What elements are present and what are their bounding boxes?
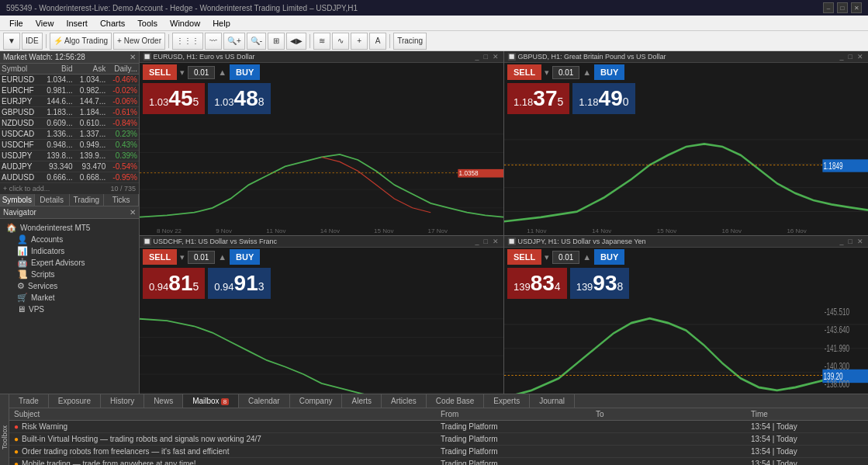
gbpusd-buy-button[interactable]: BUY (594, 64, 624, 80)
close-button[interactable]: ✕ (851, 2, 862, 13)
zoom-out-button[interactable]: 🔍- (247, 33, 266, 50)
draw-line-button[interactable]: ≋ (313, 33, 330, 50)
terminal-tab-trade[interactable]: Trade (9, 394, 49, 408)
market-watch-row[interactable]: USDCAD 1.336... 1.337... 0.23% (0, 129, 139, 140)
usdchf-buy-button[interactable]: BUY (230, 249, 260, 265)
menu-file[interactable]: File (3, 17, 29, 29)
menu-window[interactable]: Window (164, 17, 206, 29)
nav-indicators[interactable]: 📊Indicators (14, 245, 136, 257)
new-chart-button[interactable]: ▼ (3, 33, 20, 50)
minimize-button[interactable]: – (823, 2, 834, 13)
message-row[interactable]: ●Mobile trading — trade from anywhere at… (9, 458, 868, 466)
menu-insert[interactable]: Insert (60, 17, 94, 29)
message-row[interactable]: ●Built-in Virtual Hosting — trading robo… (9, 433, 868, 446)
market-watch-close[interactable]: ✕ (130, 53, 136, 61)
usdchf-lot-up[interactable]: ▲ (218, 252, 227, 262)
market-watch-row[interactable]: EURJPY 144.6... 144.7... -0.06% (0, 96, 139, 107)
chart-usdjpy-close[interactable]: ✕ (856, 238, 865, 245)
nav-root[interactable]: 🏠Wonderinterest MT5 (3, 222, 136, 234)
chart-usdchf-trade: SELL ▾ ▲ BUY (140, 248, 503, 266)
zoom-in-button[interactable]: 🔍+ (223, 33, 245, 50)
eurusd-lot-up[interactable]: ▲ (218, 68, 227, 77)
terminal-tab-history[interactable]: History (101, 394, 144, 408)
gbpusd-lot-up[interactable]: ▲ (583, 68, 591, 77)
eurusd-sell-button[interactable]: SELL (143, 64, 177, 80)
terminal-tab-experts[interactable]: Experts (484, 394, 530, 408)
chart-eurusd-body[interactable]: 1.0358 8 Nov 229 Nov11 Nov14 Nov15 Nov17… (140, 116, 503, 235)
mw-bid: 93.340 (41, 161, 74, 172)
terminal-tab-articles[interactable]: Articles (382, 394, 427, 408)
nav-services[interactable]: ⚙Services (14, 280, 136, 292)
usdchf-sell-button[interactable]: SELL (143, 249, 177, 265)
chart-gbpusd-close[interactable]: ✕ (856, 53, 865, 61)
nav-experts[interactable]: 🤖Expert Advisors (14, 257, 136, 269)
market-watch-row[interactable]: EURCHF 0.981... 0.982... -0.02% (0, 85, 139, 96)
menu-view[interactable]: View (29, 17, 61, 29)
gbpusd-lot-input[interactable] (552, 66, 579, 79)
message-row[interactable]: ●Risk Warning Trading Platform 13:54 | T… (9, 421, 868, 433)
add-symbol-link[interactable]: + click to add... (3, 185, 50, 193)
draw-text-button[interactable]: A (369, 33, 386, 50)
navigator-close[interactable]: ✕ (130, 208, 136, 217)
new-order-button[interactable]: + New Order (113, 33, 165, 50)
market-watch-row[interactable]: USDJPY 139.8... 139.9... 0.39% (0, 151, 139, 161)
chart-lines-button[interactable]: ⋮⋮⋮ (172, 33, 203, 50)
terminal-tab-journal[interactable]: Journal (530, 394, 575, 408)
chart-type-button[interactable]: 〰 (205, 33, 222, 50)
tab-ticks[interactable]: Ticks (104, 194, 139, 206)
chart-grid-button[interactable]: ⊞ (268, 33, 285, 50)
usdjpy-lot-input[interactable] (552, 251, 579, 264)
market-watch-row[interactable]: NZDUSD 0.609... 0.610... -0.84% (0, 118, 139, 129)
terminal-tab-mailbox[interactable]: Mailbox8 (183, 394, 239, 408)
usdchf-lot-input[interactable] (188, 251, 215, 264)
chart-usdchf-min[interactable]: _ (474, 238, 481, 245)
algo-trading-button[interactable]: ⚡ Algo Trading (50, 33, 112, 50)
nav-accounts[interactable]: 👤Accounts (14, 234, 136, 245)
nav-scripts[interactable]: 📜Scripts (14, 269, 136, 280)
usdjpy-sell-button[interactable]: SELL (507, 249, 541, 265)
scroll-button[interactable]: ◀▶ (286, 33, 306, 50)
nav-market[interactable]: 🛒Market (14, 292, 136, 304)
market-watch-row[interactable]: USDCHF 0.948... 0.949... 0.43% (0, 140, 139, 151)
chart-eurusd-max[interactable]: □ (482, 53, 489, 61)
chart-eurusd-close[interactable]: ✕ (491, 53, 500, 61)
market-watch-row[interactable]: AUDUSD 0.666... 0.668... -0.95% (0, 172, 139, 183)
draw-curve-button[interactable]: ∿ (332, 33, 349, 50)
tab-details[interactable]: Details (35, 194, 70, 206)
gbpusd-sell-button[interactable]: SELL (507, 64, 541, 80)
market-watch-row[interactable]: GBPUSD 1.183... 1.184... -0.61% (0, 107, 139, 118)
nav-vps[interactable]: 🖥VPS (14, 304, 136, 314)
menu-charts[interactable]: Charts (94, 17, 131, 29)
chart-usdchf-max[interactable]: □ (482, 238, 489, 245)
tab-trading[interactable]: Trading (70, 194, 105, 206)
chart-eurusd-min[interactable]: _ (474, 53, 481, 61)
ide-button[interactable]: IDE (22, 33, 43, 50)
terminal-tab-alerts[interactable]: Alerts (342, 394, 382, 408)
chart-gbpusd-body[interactable]: 1.1849 CCI(14) -302.59 284.86 100.00 -24… (504, 116, 868, 235)
menu-tools[interactable]: Tools (131, 17, 164, 29)
terminal-tab-calendar[interactable]: Calendar (239, 394, 290, 408)
terminal-tab-exposure[interactable]: Exposure (49, 394, 101, 408)
mw-daily: -0.95% (107, 172, 139, 183)
market-watch-row[interactable]: EURUSD 1.034... 1.034... -0.46% (0, 75, 139, 85)
toolbar-separator-3 (310, 34, 310, 48)
chart-usdjpy-min[interactable]: _ (839, 238, 846, 245)
market-watch-row[interactable]: AUDJPY 93.340 93.470 -0.54% (0, 161, 139, 172)
tracing-button[interactable]: Tracing (393, 33, 427, 50)
draw-cross-button[interactable]: + (351, 33, 368, 50)
eurusd-lot-input[interactable] (188, 66, 215, 79)
menu-help[interactable]: Help (206, 17, 237, 29)
usdjpy-buy-button[interactable]: BUY (594, 249, 624, 265)
maximize-button[interactable]: □ (837, 2, 848, 13)
usdjpy-lot-up[interactable]: ▲ (583, 252, 591, 262)
chart-usdchf-close[interactable]: ✕ (491, 238, 500, 245)
message-row[interactable]: ●Order trading robots from freelancers —… (9, 446, 868, 458)
chart-usdjpy-max[interactable]: □ (847, 238, 854, 245)
chart-gbpusd-min[interactable]: _ (839, 53, 846, 61)
terminal-tab-news[interactable]: News (144, 394, 183, 408)
chart-gbpusd-max[interactable]: □ (847, 53, 854, 61)
tab-symbols[interactable]: Symbols (0, 194, 35, 206)
eurusd-buy-button[interactable]: BUY (230, 64, 260, 80)
terminal-tab-codebase[interactable]: Code Base (427, 394, 484, 408)
terminal-tab-company[interactable]: Company (290, 394, 343, 408)
